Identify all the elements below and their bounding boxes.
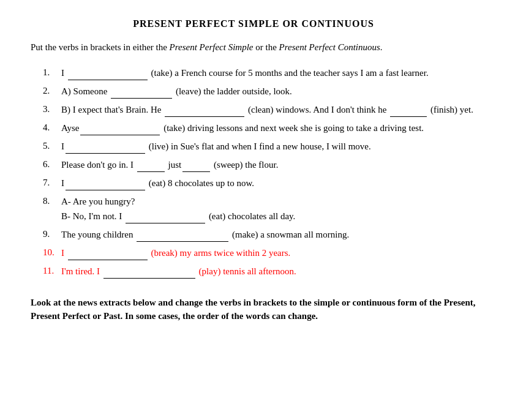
page-title: PRESENT PERFECT SIMPLE OR CONTINUOUS: [31, 18, 476, 29]
blank-2[interactable]: [111, 89, 172, 99]
exercise-text-6: Please don't go in. I just (sweep) the f…: [61, 157, 476, 172]
blank-9[interactable]: [137, 232, 228, 242]
exercise-item-10: 10. I (break) my arms twice within 2 yea…: [43, 246, 476, 260]
exercise-item-5: 5. I (live) in Sue's flat and when I fin…: [43, 139, 476, 154]
exercise-item-8: 8. A- Are you hungry? B- No, I'm not. I …: [43, 194, 476, 223]
exercise-item-4: 4. Ayse (take) driving lessons and next …: [43, 121, 476, 135]
blank-5[interactable]: [66, 144, 145, 154]
bottom-instructions: Look at the news extracts below and chan…: [31, 296, 476, 323]
exercise-num-3: 3.: [43, 102, 61, 117]
blank-11[interactable]: [103, 269, 195, 279]
exercise-text-1: I (take) a French course for 5 months an…: [61, 66, 476, 80]
exercise-text-7: I (eat) 8 chocolates up to now.: [61, 176, 476, 190]
instructions: Put the verbs in brackets in either the …: [31, 40, 476, 54]
blank-1[interactable]: [68, 70, 148, 80]
exercise-num-4: 4.: [43, 121, 61, 135]
exercise-text-9: The young children (make) a snowman all …: [61, 227, 476, 242]
blank-7[interactable]: [66, 181, 145, 190]
exercise-text-5: I (live) in Sue's flat and when I find a…: [61, 139, 476, 154]
exercise-text-4: Ayse (take) driving lessons and next wee…: [61, 121, 476, 135]
exercise-num-9: 9.: [43, 227, 61, 242]
blank-8[interactable]: [126, 214, 205, 223]
exercise-num-1: 1.: [43, 66, 61, 80]
exercise-text-8: A- Are you hungry? B- No, I'm not. I (ea…: [61, 194, 476, 223]
exercise-text-10: I (break) my arms twice within 2 years.: [61, 246, 476, 260]
exercise-item-9: 9. The young children (make) a snowman a…: [43, 227, 476, 242]
blank-6a[interactable]: [137, 162, 165, 172]
exercise-num-8: 8.: [43, 194, 61, 223]
exercise-item-1: 1. I (take) a French course for 5 months…: [43, 66, 476, 80]
exercise-item-2: 2. A) Someone (leave) the ladder outside…: [43, 84, 476, 99]
exercise-text-2: A) Someone (leave) the ladder outside, l…: [61, 84, 476, 99]
exercise-num-2: 2.: [43, 84, 61, 99]
blank-3a[interactable]: [165, 107, 244, 117]
exercise-item-3: 3. B) I expect that's Brain. He (clean) …: [43, 102, 476, 117]
exercise-item-6: 6. Please don't go in. I just (sweep) th…: [43, 157, 476, 172]
exercise-num-5: 5.: [43, 139, 61, 154]
blank-3b[interactable]: [390, 107, 427, 117]
blank-10[interactable]: [68, 250, 148, 260]
blank-4[interactable]: [80, 126, 160, 135]
exercise-num-6: 6.: [43, 157, 61, 172]
blank-6b[interactable]: [182, 162, 210, 172]
exercise-text-3: B) I expect that's Brain. He (clean) win…: [61, 102, 476, 117]
exercises-list: 1. I (take) a French course for 5 months…: [43, 66, 476, 279]
exercise-item-7: 7. I (eat) 8 chocolates up to now.: [43, 176, 476, 190]
exercise-text-11: I'm tired. I (play) tennis all afternoon…: [61, 264, 476, 279]
exercise-item-11: 11. I'm tired. I (play) tennis all after…: [43, 264, 476, 279]
exercise-num-7: 7.: [43, 176, 61, 190]
exercise-num-10: 10.: [43, 246, 61, 260]
exercise-num-11: 11.: [43, 264, 61, 279]
